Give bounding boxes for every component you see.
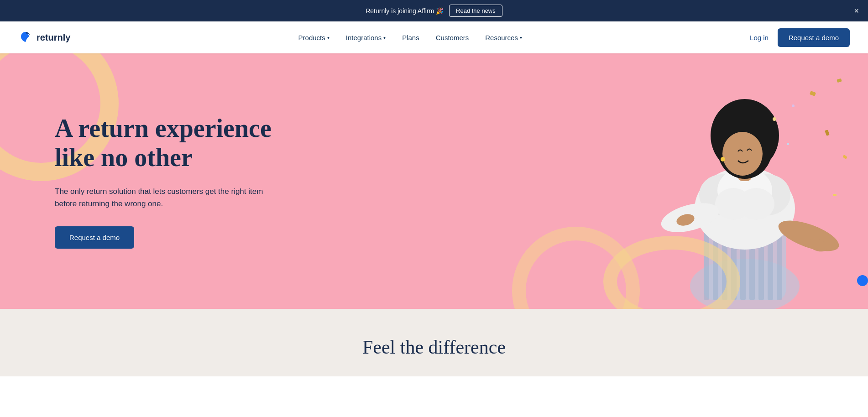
announcement-text: Returnly is joining Affirm 🎉 — [366, 7, 444, 15]
chevron-down-icon: ▾ — [327, 35, 329, 40]
feel-section-title: Feel the difference — [18, 336, 850, 358]
svg-point-23 — [721, 157, 725, 162]
feel-section: Feel the difference — [0, 309, 868, 376]
read-news-button[interactable]: Read the news — [449, 5, 502, 17]
hero-section: A return experience like no other The on… — [0, 53, 868, 309]
nav-item-integrations[interactable]: Integrations ▾ — [346, 34, 386, 42]
nav-item-resources[interactable]: Resources ▾ — [485, 34, 522, 42]
announcement-close-button[interactable]: × — [854, 7, 859, 15]
navbar: returnly Products ▾ Integrations ▾ Plans… — [0, 21, 868, 53]
blue-dot-decoration — [857, 275, 868, 286]
hero-content: A return experience like no other The on… — [0, 77, 319, 285]
nav-item-plans[interactable]: Plans — [402, 34, 419, 42]
nav-item-customers[interactable]: Customers — [436, 34, 469, 42]
navbar-right: Log in Request a demo — [750, 28, 850, 47]
logo-text: returnly — [37, 32, 70, 43]
svg-point-16 — [738, 188, 774, 220]
login-link[interactable]: Log in — [750, 34, 769, 42]
logo[interactable]: returnly — [18, 30, 70, 45]
nav-item-products[interactable]: Products ▾ — [298, 34, 329, 42]
logo-icon — [18, 30, 33, 45]
chevron-down-icon: ▾ — [520, 35, 522, 40]
hero-image-area — [391, 53, 868, 309]
navbar-nav: Products ▾ Integrations ▾ Plans Customer… — [298, 34, 522, 42]
chevron-down-icon: ▾ — [383, 35, 386, 40]
hero-cta-button[interactable]: Request a demo — [55, 226, 134, 249]
announcement-bar: Returnly is joining Affirm 🎉 Read the ne… — [0, 0, 868, 21]
hero-title: A return experience like no other — [55, 114, 283, 172]
hero-subtitle: The only return solution that lets custo… — [55, 185, 274, 210]
confetti-piece — [842, 155, 847, 159]
request-demo-button-nav[interactable]: Request a demo — [778, 28, 850, 47]
svg-point-22 — [722, 132, 763, 176]
